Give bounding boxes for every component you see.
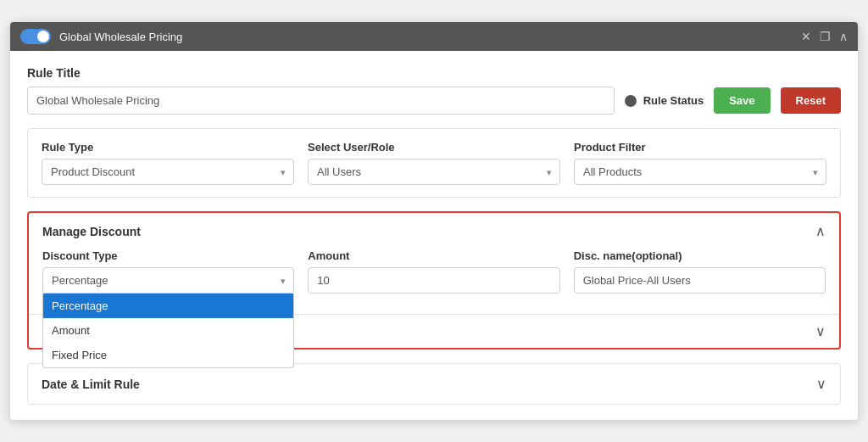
discount-type-select[interactable]: Percentage Amount Fixed Price [42,267,294,294]
date-limit-title: Date & Limit Rule [42,378,140,391]
toggle-switch[interactable] [20,29,51,44]
rule-type-select-wrapper: Product Discount Fixed Price Percentage … [42,159,294,185]
product-filter-field: Product Filter All Products Specific Pro… [574,141,826,185]
rule-type-select[interactable]: Product Discount Fixed Price Percentage [42,159,294,185]
disc-name-input[interactable] [574,267,826,294]
manage-discount-header[interactable]: Manage Discount ∧ [29,213,839,249]
status-dot [625,95,637,107]
user-role-select-wrapper: All Users Guest Registered ▾ [308,159,560,185]
discount-type-field: Discount Type Percentage Amount Fixed Pr… [42,249,294,294]
rule-title-label: Rule Title [27,66,841,80]
dropdown-item-percentage[interactable]: Percentage [43,294,293,318]
date-limit-section: Date & Limit Rule ∨ [27,363,841,405]
conditions-chevron-down-icon: ∨ [815,323,826,339]
discount-type-label: Discount Type [42,249,294,262]
amount-label: Amount [308,249,559,262]
close-icon[interactable]: ✕ [801,30,811,43]
disc-name-field: Disc. name(optional) [574,249,826,294]
rule-type-row: Rule Type Product Discount Fixed Price P… [27,128,841,198]
amount-field: Amount [308,249,559,294]
user-role-select[interactable]: All Users Guest Registered [308,159,560,185]
date-limit-header[interactable]: Date & Limit Rule ∨ [28,364,840,404]
rule-title-row: Rule Status Save Reset [27,87,841,115]
product-filter-label: Product Filter [574,141,826,154]
main-content: Rule Title Rule Status Save Reset Rule T… [10,51,858,420]
copy-icon[interactable]: ❐ [820,30,831,43]
rule-status-label: Rule Status [643,94,704,107]
date-limit-chevron-down-icon: ∨ [816,376,826,392]
user-role-label: Select User/Role [308,141,560,154]
reset-button[interactable]: Reset [781,87,841,114]
discount-type-dropdown-list: Percentage Amount Fixed Price [42,294,294,368]
dropdown-item-amount[interactable]: Amount [43,318,293,343]
title-bar-left: Global Wholesale Pricing [20,29,182,44]
rule-status-group: Rule Status [625,94,704,107]
product-filter-select-wrapper: All Products Specific Products Categorie… [574,159,826,185]
product-filter-select[interactable]: All Products Specific Products Categorie… [574,159,826,185]
manage-discount-chevron-up-icon: ∧ [815,223,826,239]
title-bar-actions: ✕ ❐ ∧ [801,30,848,43]
rule-type-label: Rule Type [42,141,294,154]
dropdown-item-fixed-price[interactable]: Fixed Price [43,343,293,367]
discount-type-dropdown-wrapper: Percentage Amount Fixed Price ▾ Percenta… [42,267,294,294]
collapse-icon[interactable]: ∧ [839,30,848,43]
main-window: Global Wholesale Pricing ✕ ❐ ∧ Rule Titl… [10,22,858,420]
save-button[interactable]: Save [714,87,770,114]
rule-title-input[interactable] [27,87,615,115]
user-role-field: Select User/Role All Users Guest Registe… [308,141,560,185]
disc-name-label: Disc. name(optional) [574,249,826,262]
title-bar: Global Wholesale Pricing ✕ ❐ ∧ [10,22,858,51]
amount-input[interactable] [308,267,559,294]
manage-discount-section: Manage Discount ∧ Discount Type Percenta… [27,211,841,350]
manage-discount-title: Manage Discount [42,225,141,238]
manage-discount-body: Discount Type Percentage Amount Fixed Pr… [29,249,839,314]
rule-type-field: Rule Type Product Discount Fixed Price P… [42,141,294,185]
discount-fields: Discount Type Percentage Amount Fixed Pr… [42,249,826,294]
window-title: Global Wholesale Pricing [59,31,182,43]
